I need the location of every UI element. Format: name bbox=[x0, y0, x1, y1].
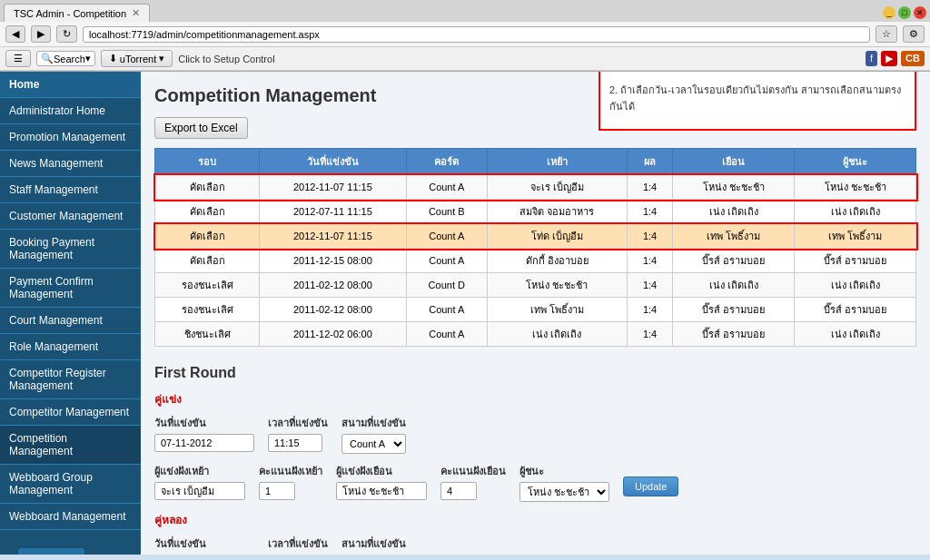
close-button[interactable]: ✕ bbox=[914, 6, 926, 19]
home-player-input[interactable] bbox=[154, 482, 245, 500]
cell-winner: บี๊รส์ อรามบอย bbox=[795, 298, 916, 322]
cell-away: เทพ โพธิ์งาม bbox=[673, 224, 795, 249]
sidebar-item-label: News Management bbox=[9, 157, 103, 170]
sidebar-item-label: Competitor Management bbox=[9, 406, 129, 418]
table-row[interactable]: คัดเลือก 2012-07-11 11:15 Count B สมจิต … bbox=[155, 200, 916, 224]
sidebar-item-promotion[interactable]: Promotion Management bbox=[0, 124, 141, 151]
sidebar-item-label: Competition Management bbox=[9, 432, 73, 457]
cell-winner: โหน่ง ชะชะช้า bbox=[795, 175, 916, 200]
cell-round: คัดเลือก bbox=[155, 175, 260, 200]
home-player-group: ผู้แข่งฝังเหย้า bbox=[154, 463, 245, 500]
table-row[interactable]: ชิงชนะเลิศ 2011-12-02 06:00 Count A เน่ง… bbox=[155, 322, 916, 347]
tab-bar: TSC Admin - Competition ✕ _ □ ✕ bbox=[0, 0, 930, 22]
sidebar-item-customer[interactable]: Customer Management bbox=[0, 203, 141, 230]
update-button[interactable]: Update bbox=[623, 476, 678, 496]
cell-score: 1:4 bbox=[627, 224, 672, 249]
col-header-winner: ผู้ชนะ bbox=[795, 149, 916, 175]
cell-away: เน่ง เถิดเถิง bbox=[673, 200, 795, 224]
table-row[interactable]: คัดเลือก 2011-12-15 08:00 Count A ดักกี้… bbox=[155, 249, 916, 273]
bookmark-button[interactable]: ☆ bbox=[876, 25, 897, 43]
cell-winner: เน่ง เถิดเถิง bbox=[795, 200, 916, 224]
menu-button[interactable]: ☰ bbox=[5, 50, 31, 67]
forward-button[interactable]: ▶ bbox=[31, 25, 51, 43]
cell-away: บี๊รส์ อรามบอย bbox=[673, 322, 795, 347]
update-group: Update bbox=[623, 463, 678, 496]
cell-court: Count A bbox=[406, 224, 487, 249]
home-score-label: คะแนนฝังเหย้า bbox=[259, 463, 322, 479]
col-header-round: รอบ bbox=[155, 149, 260, 175]
refresh-button[interactable]: ↻ bbox=[56, 25, 77, 43]
sidebar-item-webboard[interactable]: Webboard Management bbox=[0, 504, 141, 530]
main-layout: Home Administrator Home Promotion Manage… bbox=[0, 72, 930, 555]
cell-round: ชิงชนะเลิศ bbox=[155, 322, 260, 347]
cell-court: Count A bbox=[406, 249, 487, 273]
sidebar-item-competition[interactable]: Competition Management bbox=[0, 426, 141, 465]
first-round-title: First Round bbox=[154, 365, 916, 381]
sidebar-item-staff[interactable]: Staff Management bbox=[0, 177, 141, 203]
first-round-court-select[interactable]: Count A Count B Count C Count D bbox=[341, 434, 406, 454]
address-bar[interactable] bbox=[83, 26, 870, 43]
cell-round: คัดเลือก bbox=[155, 200, 260, 224]
first-round-time-input[interactable] bbox=[268, 434, 322, 452]
youtube-button[interactable]: ▶ bbox=[881, 51, 897, 66]
away-score-label: คะแนนฝังเยือน bbox=[440, 463, 506, 479]
cell-winner: บี๊รส์ อรามบอย bbox=[795, 249, 916, 273]
sidebar-item-role[interactable]: Role Management bbox=[0, 334, 141, 360]
cell-winner: เน่ง เถิดเถิง bbox=[795, 273, 916, 298]
settings-button[interactable]: ⚙ bbox=[903, 25, 925, 43]
back-button[interactable]: ◀ bbox=[5, 25, 25, 43]
cell-round: คัดเลือก bbox=[155, 249, 260, 273]
logout-button[interactable]: Log Out bbox=[18, 548, 84, 555]
col-header-court: คอร์ต bbox=[406, 149, 487, 175]
second-round-court-group: สนามที่แข่งขัน Count A Count B Count C C… bbox=[341, 535, 406, 555]
sidebar-item-webboard-group[interactable]: Webboard Group Management bbox=[0, 465, 141, 504]
sidebar-item-court[interactable]: Court Management bbox=[0, 308, 141, 334]
table-row[interactable]: คัดเลือก 2012-11-07 11:15 Count A จะเร เ… bbox=[155, 175, 916, 200]
sidebar-item-label: Role Management bbox=[9, 340, 98, 353]
cell-home: จะเร เบ็ญอีม bbox=[487, 175, 627, 200]
away-player-input[interactable] bbox=[336, 482, 427, 500]
winner-group: ผู้ชนะ โหน่ง ชะชะช้า จะเร เบ็ญอีม bbox=[519, 463, 609, 502]
away-score-input[interactable] bbox=[440, 482, 477, 500]
winner-label: ผู้ชนะ bbox=[519, 463, 609, 479]
first-round-datetime-row: วันที่แข่งขัน เวลาที่แข่งขัน สนามที่แข่ง… bbox=[154, 415, 916, 454]
home-score-input[interactable] bbox=[259, 482, 295, 500]
home-player-label: ผู้แข่งฝังเหย้า bbox=[154, 463, 245, 479]
export-excel-button[interactable]: Export to Excel bbox=[154, 117, 248, 139]
sidebar-item-competitor-register[interactable]: Competitor Register Management bbox=[0, 360, 141, 399]
winner-select[interactable]: โหน่ง ชะชะช้า จะเร เบ็ญอีม bbox=[519, 482, 609, 502]
search-box[interactable]: 🔍 Search ▾ bbox=[36, 51, 95, 66]
sidebar-item-payment-confirm[interactable]: Payment Confirm Management bbox=[0, 269, 141, 308]
cell-court: Count A bbox=[406, 175, 487, 200]
sidebar-item-label: Booking Payment Management bbox=[9, 236, 94, 261]
sidebar-item-label: Customer Management bbox=[9, 210, 123, 222]
table-row[interactable]: รองชนะเลิศ 2011-02-12 08:00 Count D โหน่… bbox=[155, 273, 916, 298]
cb-button[interactable]: CB bbox=[901, 51, 925, 66]
sidebar-item-competitor[interactable]: Competitor Management bbox=[0, 399, 141, 426]
tab-title: TSC Admin - Competition bbox=[14, 8, 126, 19]
search-icon: 🔍 bbox=[41, 53, 54, 64]
sidebar-item-home[interactable]: Home bbox=[0, 72, 141, 98]
sidebar-item-news[interactable]: News Management bbox=[0, 151, 141, 177]
first-round-time-label: เวลาที่แข่งขัน bbox=[268, 415, 328, 431]
sidebar-item-admin[interactable]: Administrator Home bbox=[0, 98, 141, 124]
maximize-button[interactable]: □ bbox=[898, 6, 911, 19]
cell-winner: เทพ โพธิ์งาม bbox=[795, 224, 916, 249]
nav-bar: ◀ ▶ ↻ ☆ ⚙ bbox=[0, 22, 930, 47]
facebook-button[interactable]: f bbox=[866, 51, 877, 66]
sidebar-item-label: Payment Confirm Management bbox=[9, 275, 94, 300]
first-round-date-input[interactable] bbox=[154, 434, 254, 452]
notice-box: 1. ถ้าเลือกวัน-เวลาในรอบเดียวกันตรงกันได… bbox=[599, 72, 916, 131]
utorrent-button[interactable]: ⬇ uTorrent ▾ bbox=[101, 50, 173, 67]
notice-line2: 2. ถ้าเลือกวัน-เวลาในรอบเดียวกันไม่ตรงกั… bbox=[609, 82, 905, 114]
tab-close-icon[interactable]: ✕ bbox=[132, 7, 140, 19]
away-score-group: คะแนนฝังเยือน bbox=[440, 463, 506, 500]
second-round-label: คู่หลอง bbox=[154, 511, 916, 528]
table-row[interactable]: รองชนะเลิศ 2011-02-12 08:00 Count A เทพ … bbox=[155, 298, 916, 322]
minimize-button[interactable]: _ bbox=[883, 6, 895, 19]
cell-score: 1:4 bbox=[627, 273, 672, 298]
table-row[interactable]: คัดเลือก 2012-11-07 11:15 Count A โท่ด เ… bbox=[155, 224, 916, 249]
active-tab[interactable]: TSC Admin - Competition ✕ bbox=[4, 4, 150, 22]
second-round-date-group: วันที่แข่งขัน bbox=[154, 535, 254, 555]
sidebar-item-booking[interactable]: Booking Payment Management bbox=[0, 230, 141, 269]
